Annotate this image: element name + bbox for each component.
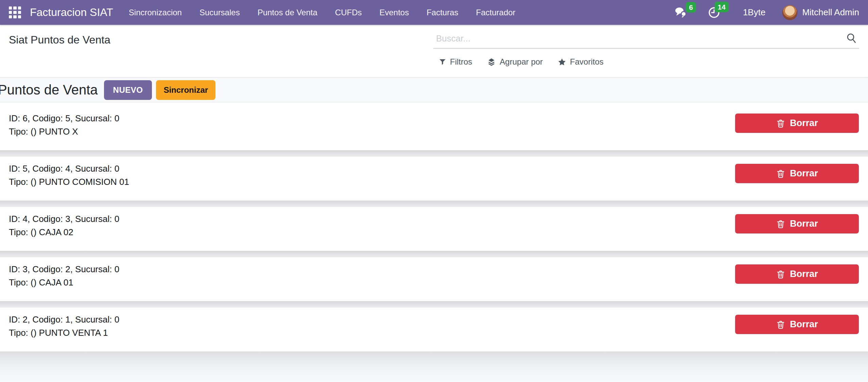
messages-icon[interactable]: 6 [674,6,688,19]
company-switcher[interactable]: 1Byte [743,7,766,18]
delete-record-button[interactable]: Borrar [735,315,859,334]
nav-item-eventos[interactable]: Eventos [379,8,409,17]
app-window: Facturacion SIAT Sincronizacion Sucursal… [0,0,868,382]
delete-record-button[interactable]: Borrar [735,214,859,233]
funnel-icon [439,58,446,66]
card-separator [0,201,868,207]
top-navbar: Facturacion SIAT Sincronizacion Sucursal… [0,0,868,25]
trash-icon [776,320,785,329]
card-separator [0,301,868,308]
user-menu[interactable]: Mitchell Admin [782,5,859,20]
delete-button-label: Borrar [790,118,818,128]
pos-record-card[interactable]: ID: 6, Codigo: 5, Sucursal: 0 Tipo: () P… [0,106,868,150]
group-by-menu-button[interactable]: Agrupar por [487,57,543,67]
new-record-button[interactable]: NUEVO [104,80,152,100]
page-bottom-background [0,351,868,382]
user-avatar [782,5,797,20]
record-tipo-line: Tipo: () CAJA 01 [9,276,725,289]
trash-icon [776,119,785,128]
app-brand[interactable]: Facturacion SIAT [30,6,113,19]
nav-item-facturador[interactable]: Facturador [476,8,516,17]
navbar-right-section: 6 14 1Byte Mitchell Admin [674,5,859,20]
record-tipo-line: Tipo: () PUNTO COMISION 01 [9,175,725,189]
delete-button-label: Borrar [790,219,818,229]
sync-button[interactable]: Sincronizar [156,80,215,100]
search-icon[interactable] [846,32,858,45]
pos-record-card[interactable]: ID: 4, Codigo: 3, Sucursal: 0 Tipo: () C… [0,207,868,251]
pos-record-card[interactable]: ID: 2, Codigo: 1, Sucursal: 0 Tipo: () P… [0,308,868,351]
record-ids-line: ID: 4, Codigo: 3, Sucursal: 0 [9,212,725,226]
nav-item-facturas[interactable]: Facturas [427,8,458,17]
record-ids-line: ID: 6, Codigo: 5, Sucursal: 0 [9,112,725,125]
filters-label: Filtros [450,57,472,67]
trash-icon [776,219,785,229]
messages-count-badge: 6 [686,2,696,13]
activities-count-badge: 14 [715,2,729,12]
filters-menu-button[interactable]: Filtros [439,57,472,67]
activities-clock-icon[interactable]: 14 [708,6,721,19]
delete-record-button[interactable]: Borrar [735,264,859,284]
trash-icon [776,169,785,178]
star-icon [558,58,566,66]
delete-button-label: Borrar [790,168,818,179]
record-tipo-line: Tipo: () CAJA 02 [9,226,725,239]
pos-record-list: ID: 6, Codigo: 5, Sucursal: 0 Tipo: () P… [0,102,868,351]
pos-record-card[interactable]: ID: 5, Codigo: 4, Sucursal: 0 Tipo: () P… [0,157,868,201]
search-filter-menus: Filtros Agrupar por Favoritos [433,57,859,67]
page-title: Puntos de Venta [0,82,98,98]
nav-item-puntos-de-venta[interactable]: Puntos de Venta [258,8,317,17]
user-name: Mitchell Admin [802,7,859,18]
search-block: Filtros Agrupar por Favoritos [433,29,859,67]
favorites-label: Favoritos [570,57,604,67]
apps-menu-icon[interactable] [9,6,21,19]
delete-record-button[interactable]: Borrar [735,114,859,133]
delete-record-button[interactable]: Borrar [735,164,859,183]
record-tipo-line: Tipo: () PUNTO X [9,125,725,138]
search-input[interactable] [433,33,846,44]
card-separator [0,150,868,157]
favorites-menu-button[interactable]: Favoritos [558,57,604,67]
card-separator [0,251,868,257]
trash-icon [776,270,785,279]
pos-record-card[interactable]: ID: 3, Codigo: 2, Sucursal: 0 Tipo: () C… [0,257,868,301]
nav-item-cufds[interactable]: CUFDs [335,8,362,17]
page-header-band: Puntos de Venta NUEVO Sincronizar [0,77,868,102]
nav-item-sucursales[interactable]: Sucursales [199,8,240,17]
nav-item-sincronizacion[interactable]: Sincronizacion [129,8,182,17]
record-ids-line: ID: 2, Codigo: 1, Sucursal: 0 [9,313,725,326]
breadcrumb-title: Siat Puntos de Venta [9,34,110,46]
control-panel: Siat Puntos de Venta Filtros [0,25,868,77]
search-bar [433,29,859,49]
delete-button-label: Borrar [790,319,818,330]
layers-icon [487,57,496,66]
record-tipo-line: Tipo: () PUNTO VENTA 1 [9,326,725,340]
delete-button-label: Borrar [790,269,818,279]
record-ids-line: ID: 3, Codigo: 2, Sucursal: 0 [9,263,725,276]
record-ids-line: ID: 5, Codigo: 4, Sucursal: 0 [9,162,725,175]
main-menu: Sincronizacion Sucursales Puntos de Vent… [129,8,516,17]
group-by-label: Agrupar por [500,57,543,67]
